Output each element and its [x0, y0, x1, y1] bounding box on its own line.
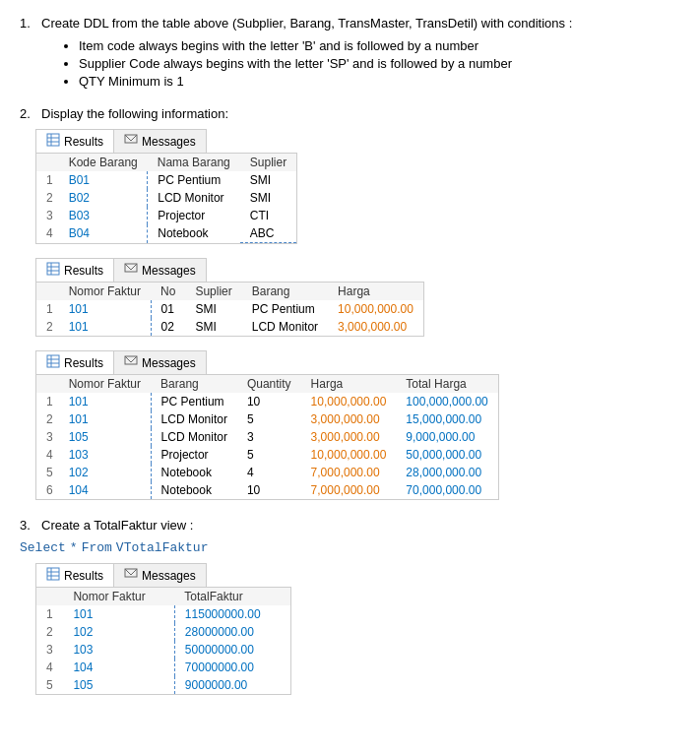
table1-messages-icon	[124, 133, 138, 150]
table-row: 1B01PC PentiumSMI	[36, 171, 296, 189]
bullet-3: QTY Minimum is 1	[79, 74, 680, 89]
table1-col-rownum	[36, 154, 59, 171]
table3-results-icon	[46, 354, 60, 371]
nama-barang: LCD Monitor	[148, 189, 240, 207]
table3-tab-messages[interactable]: Messages	[114, 351, 206, 374]
table4-results-icon	[46, 567, 60, 584]
table3-col-total: Total Harga	[396, 375, 497, 393]
table1-col-suplier: Suplier	[240, 154, 296, 171]
table2: Nomor Faktur No Suplier Barang Harga 110…	[36, 283, 423, 336]
section-3-header: 3. Create a TotalFaktur view :	[20, 518, 680, 533]
section-1-number: 1.	[20, 16, 41, 31]
table3-messages-icon	[124, 354, 138, 371]
row-number: 1	[36, 171, 59, 189]
nama-barang: Projector	[148, 207, 240, 224]
code-select: Select	[20, 540, 66, 555]
table4-tab-bar: Results Messages	[35, 563, 207, 587]
table3-col-qty: Quantity	[237, 375, 301, 393]
kode-barang: B04	[59, 224, 148, 243]
table4-col-nomor: Nomor Faktur	[63, 588, 174, 605]
table4-col-rownum	[36, 588, 63, 605]
table3-col-harga: Harga	[301, 375, 397, 393]
section-1-header: 1. Create DDL from the table above (Subp…	[20, 16, 680, 31]
code-block: Select * From VTotalFaktur	[20, 540, 680, 555]
table2-col-suplier: Suplier	[185, 283, 241, 300]
table3-tab-bar: Results Messages	[35, 350, 207, 374]
table3: Nomor Faktur Barang Quantity Harga Total…	[36, 375, 498, 499]
table-row: 6104Notebook107,000,000.0070,000,000.00	[36, 481, 498, 499]
svg-rect-0	[47, 134, 59, 146]
table3-container: Nomor Faktur Barang Quantity Harga Total…	[35, 374, 499, 500]
table3-header-row: Nomor Faktur Barang Quantity Harga Total…	[36, 375, 498, 393]
code-tablename: VTotalFaktur	[116, 540, 209, 555]
table1-messages-label: Messages	[142, 135, 196, 149]
table2-container: Nomor Faktur No Suplier Barang Harga 110…	[35, 282, 424, 337]
table2-col-harga: Harga	[328, 283, 423, 300]
table-row: 1101PC Pentium1010,000,000.00100,000,000…	[36, 393, 498, 410]
table-row: 4103Projector510,000,000.0050,000,000.00	[36, 446, 498, 464]
table1-header-row: Kode Barang Nama Barang Suplier	[36, 154, 296, 171]
table2-tab-bar: Results Messages	[35, 258, 207, 282]
suplier: SMI	[240, 189, 296, 207]
suplier: CTI	[240, 207, 296, 224]
table1-tab-results[interactable]: Results	[36, 130, 114, 153]
table4-results-label: Results	[64, 569, 103, 583]
table-row: 410470000000.00	[36, 659, 290, 676]
bullet-1: Item code always begins with the letter …	[79, 38, 680, 53]
table1-tab-bar: Results Messages	[35, 129, 207, 153]
nama-barang: PC Pentium	[148, 171, 240, 189]
table-row: 5102Notebook47,000,000.0028,000,000.00	[36, 464, 498, 481]
table-row: 51059000000.00	[36, 676, 290, 694]
table-row: 4B04NotebookABC	[36, 224, 296, 243]
table4: Nomor Faktur TotalFaktur 1101115000000.0…	[36, 588, 290, 694]
table4-tab-results[interactable]: Results	[36, 564, 114, 587]
table4-messages-icon	[124, 567, 138, 584]
table3-tab-results[interactable]: Results	[36, 351, 114, 374]
table2-results-label: Results	[64, 264, 103, 278]
code-star: *	[70, 540, 78, 555]
table1-container: Kode Barang Nama Barang Suplier 1B01PC P…	[35, 153, 297, 244]
bullet-2: Supplier Code always begins with the let…	[79, 56, 680, 71]
table2-header-row: Nomor Faktur No Suplier Barang Harga	[36, 283, 423, 300]
table-row: 1101115000000.00	[36, 605, 290, 623]
table4-header-row: Nomor Faktur TotalFaktur	[36, 588, 290, 605]
table-row: 3105LCD Monitor33,000,000.009,000,000.00	[36, 428, 498, 446]
table2-messages-label: Messages	[142, 264, 196, 278]
suplier: SMI	[240, 171, 296, 189]
section-1-title: Create DDL from the table above (Subplie…	[41, 16, 572, 31]
table3-col-barang: Barang	[151, 375, 237, 393]
table1-results-label: Results	[64, 135, 103, 149]
section-3: 3. Create a TotalFaktur view : Select * …	[20, 518, 680, 695]
row-number: 3	[36, 207, 59, 224]
table4-messages-label: Messages	[142, 569, 196, 583]
table2-tab-messages[interactable]: Messages	[114, 259, 206, 282]
svg-rect-5	[47, 263, 59, 275]
row-number: 2	[36, 189, 59, 207]
table1-tab-messages[interactable]: Messages	[114, 130, 206, 153]
table-row: 3B03ProjectorCTI	[36, 207, 296, 224]
section-3-number: 3.	[20, 518, 41, 533]
nama-barang: Notebook	[148, 224, 240, 243]
table-row: 2101LCD Monitor53,000,000.0015,000,000.0…	[36, 410, 498, 428]
table2-tab-results[interactable]: Results	[36, 259, 114, 282]
kode-barang: B01	[59, 171, 148, 189]
section-2-title: Display the following information:	[41, 106, 228, 121]
kode-barang: B02	[59, 189, 148, 207]
code-from: From	[82, 540, 112, 555]
table3-col-nomor: Nomor Faktur	[59, 375, 151, 393]
table3-col-rownum	[36, 375, 59, 393]
table4-col-total: TotalFaktur	[174, 588, 290, 605]
table2-col-rownum	[36, 283, 59, 300]
table4-container: Nomor Faktur TotalFaktur 1101115000000.0…	[35, 587, 291, 695]
section-2-number: 2.	[20, 106, 41, 121]
section-3-title: Create a TotalFaktur view :	[41, 518, 193, 533]
table2-results-icon	[46, 262, 60, 279]
suplier: ABC	[240, 224, 296, 243]
table1-results-icon	[46, 133, 60, 150]
table4-tab-messages[interactable]: Messages	[114, 564, 206, 587]
table1: Kode Barang Nama Barang Suplier 1B01PC P…	[36, 154, 296, 243]
table2-col-barang: Barang	[242, 283, 328, 300]
table-row: 2B02LCD MonitorSMI	[36, 189, 296, 207]
table3-messages-label: Messages	[142, 356, 196, 370]
section-2-header: 2. Display the following information:	[20, 106, 680, 121]
